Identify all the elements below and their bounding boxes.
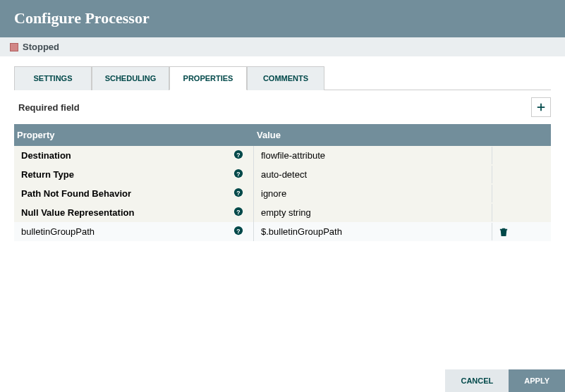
dialog-title: Configure Processor <box>14 9 551 27</box>
table-row[interactable]: Path Not Found Behavior?ignore <box>14 184 551 203</box>
svg-text:?: ? <box>236 171 240 178</box>
property-value: empty string <box>261 207 311 218</box>
svg-text:?: ? <box>236 228 240 235</box>
property-name-cell[interactable]: Null Value Representation? <box>14 203 254 222</box>
table-row[interactable]: Return Type?auto-detect <box>14 165 551 184</box>
property-value-cell[interactable]: flowfile-attribute <box>254 147 492 164</box>
property-name-cell[interactable]: Destination? <box>14 146 254 165</box>
property-name: Destination <box>21 150 71 161</box>
property-value: ignore <box>261 188 286 199</box>
cancel-button[interactable]: CANCEL <box>445 369 509 392</box>
dialog-header: Configure Processor <box>0 0 565 37</box>
col-property: Property <box>14 124 254 146</box>
property-name-cell[interactable]: Return Type? <box>14 165 254 184</box>
tab-bar: SETTINGS SCHEDULING PROPERTIES COMMENTS <box>14 66 551 90</box>
status-bar: Stopped <box>0 37 565 56</box>
table-row[interactable]: bulletinGroupPath?$.bulletinGroupPath <box>14 222 551 241</box>
col-actions <box>492 124 550 146</box>
table-header: Property Value <box>14 124 551 146</box>
svg-text:?: ? <box>236 152 240 159</box>
tab-properties[interactable]: PROPERTIES <box>169 66 247 90</box>
help-icon[interactable]: ? <box>233 169 243 178</box>
property-name: bulletinGroupPath <box>21 226 95 237</box>
stopped-icon <box>10 43 18 51</box>
help-icon[interactable]: ? <box>233 207 243 216</box>
tab-comments[interactable]: COMMENTS <box>247 66 324 90</box>
property-actions-cell <box>492 223 550 240</box>
status-label: Stopped <box>23 42 59 52</box>
property-name-cell[interactable]: Path Not Found Behavior? <box>14 184 254 203</box>
property-name: Path Not Found Behavior <box>21 188 131 199</box>
trash-icon[interactable] <box>499 227 508 237</box>
property-value: flowfile-attribute <box>261 150 325 161</box>
property-name: Null Value Representation <box>21 207 134 218</box>
plus-icon <box>536 102 546 112</box>
property-value-cell[interactable]: ignore <box>254 185 492 202</box>
help-icon[interactable]: ? <box>233 188 243 197</box>
property-actions-cell <box>492 190 550 197</box>
property-value-cell[interactable]: auto-detect <box>254 166 492 183</box>
apply-button[interactable]: APPLY <box>509 369 565 392</box>
svg-text:?: ? <box>236 209 240 216</box>
dialog-footer: CANCEL APPLY <box>445 369 565 392</box>
property-actions-cell <box>492 209 550 216</box>
property-actions-cell <box>492 152 550 159</box>
table-row[interactable]: Destination?flowfile-attribute <box>14 146 551 165</box>
property-value: auto-detect <box>261 169 307 180</box>
tab-settings[interactable]: SETTINGS <box>14 66 92 90</box>
tab-scheduling[interactable]: SCHEDULING <box>92 66 169 90</box>
add-property-button[interactable] <box>531 97 551 117</box>
property-actions-cell <box>492 171 550 178</box>
table-row[interactable]: Null Value Representation?empty string <box>14 203 551 222</box>
property-value: $.bulletinGroupPath <box>261 226 342 237</box>
property-value-cell[interactable]: $.bulletinGroupPath <box>254 223 492 240</box>
property-name-cell[interactable]: bulletinGroupPath? <box>14 222 254 241</box>
property-name: Return Type <box>21 169 74 180</box>
help-icon[interactable]: ? <box>233 149 243 159</box>
help-icon[interactable]: ? <box>233 226 243 235</box>
property-value-cell[interactable]: empty string <box>254 204 492 221</box>
col-value: Value <box>254 124 492 146</box>
required-field-label: Required field <box>18 102 80 113</box>
svg-text:?: ? <box>236 190 240 197</box>
properties-table: Property Value Destination?flowfile-attr… <box>14 124 551 241</box>
